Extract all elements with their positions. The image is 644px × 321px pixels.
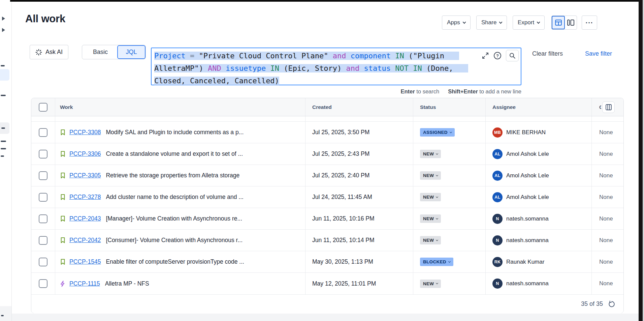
status-badge[interactable]: NEW [420,280,441,288]
view-toggle-group [551,16,577,30]
table-row: PCCP-3308 Modify SAL and Plugin to inclu… [31,122,623,143]
status-badge[interactable]: ASSIGNED [420,128,455,137]
svg-text:?: ? [496,53,499,58]
avatar: AL [492,149,503,159]
apps-button-label: Apps [447,19,460,26]
issue-summary: Create a standalone volume and export it… [106,150,243,157]
hint-shift-key: Shift+Enter [448,88,478,94]
issue-key-link[interactable]: PCCP-3305 [69,172,101,179]
jql-mode-tab[interactable]: JQL [117,45,146,59]
status-badge[interactable]: NEW [420,193,441,201]
table-row: PCCP-1115 Alletra MP - NFS May 12, 2025,… [31,273,623,294]
select-all-checkbox[interactable] [39,103,47,112]
story-icon [59,150,66,157]
created-date: Jun 11, 2025, 10:14 PM [312,237,375,244]
detail-view-icon [567,20,574,26]
status-badge[interactable]: NEW [420,171,441,180]
issue-summary: Add cluster name to the description of v… [106,194,244,201]
ask-ai-button[interactable]: Ask AI [30,45,68,59]
query-mode-group: Basic JQL [82,45,146,59]
created-date: Jun 11, 2025, 10:16 PM [312,215,375,222]
sidebar-selected-item[interactable] [0,69,9,81]
save-filter-button[interactable]: Save filter [585,50,612,57]
clear-filters-button[interactable]: Clear filters [532,50,563,57]
status-badge[interactable]: NEW [420,150,441,158]
avatar: AL [492,192,503,202]
issue-key-link[interactable]: PCCP-1545 [69,258,101,265]
last-column-value: None [599,129,613,136]
issue-key-link[interactable]: PCCP-3278 [69,194,101,201]
configure-columns-button[interactable] [602,101,615,113]
header-work[interactable]: Work [55,98,305,116]
apps-button[interactable]: Apps [442,16,471,30]
chevron-down-icon [462,20,466,24]
row-checkbox[interactable] [39,236,47,245]
basic-mode-label: Basic [93,49,108,56]
basic-mode-tab[interactable]: Basic [82,45,119,59]
share-button[interactable]: Share [476,16,507,30]
collapsed-sidebar [0,2,12,306]
status-label: ASSIGNED [423,130,448,135]
row-checkbox[interactable] [39,171,47,180]
issue-key-link[interactable]: PCCP-1115 [69,280,100,287]
window-top-edge [10,0,643,2]
last-column-value: None [599,194,613,201]
jql-editor[interactable]: Project = "Private Cloud Control Plane" … [151,48,521,85]
table-row: PCCP-3278 Add cluster name to the descri… [31,186,623,208]
row-checkbox[interactable] [39,214,47,223]
header-created[interactable]: Created [305,98,413,116]
issue-summary: Retrieve the storage properties from All… [106,172,239,179]
row-checkbox[interactable] [39,258,47,266]
row-checkbox[interactable] [39,193,47,202]
export-button[interactable]: Export [513,16,545,30]
issue-key-link[interactable]: PCCP-2043 [69,215,101,222]
assignee-name: natesh.somanna [506,237,549,244]
chevron-down-icon [537,20,540,24]
header-status[interactable]: Status [413,98,485,116]
avatar: N [492,214,503,224]
row-checkbox[interactable] [39,128,47,137]
work-items-table: Work Created Status Assignee C [31,98,624,313]
table-view-toggle[interactable] [552,16,565,29]
assignee-name: Amol Ashok Lele [506,172,549,179]
chevron-down-icon [436,238,438,241]
issue-key-link[interactable]: PCCP-2042 [69,237,101,244]
refresh-icon[interactable] [608,300,615,308]
table-row: PCCP-2043 [Manager]- Volume Creation wit… [31,208,623,230]
run-search-button[interactable] [506,50,519,61]
assignee-name: MIKE BERHAN [506,129,546,136]
issue-key-link[interactable]: PCCP-3306 [69,150,101,157]
issue-summary: Alletra MP - NFS [105,280,149,287]
page-title: All work [25,13,65,25]
detail-view-toggle[interactable] [565,16,577,29]
epic-icon [59,280,66,287]
expand-editor-button[interactable] [482,52,489,59]
sidebar-fragment [1,95,6,96]
share-button-label: Share [481,19,496,26]
syntax-help-button[interactable]: ? [493,51,502,60]
last-column-value: None [599,151,613,157]
issue-key-link[interactable]: PCCP-3308 [69,129,101,136]
status-label: NEW [423,216,434,221]
header-assignee[interactable]: Assignee [485,98,591,116]
search-icon [509,52,516,59]
last-column-value: None [599,237,613,244]
status-badge[interactable]: NEW [420,214,441,223]
more-actions-button[interactable]: ··· [582,16,597,30]
hint-enter-key: Enter [401,88,415,94]
jira-all-work-page: All work Apps Share Export ··· [0,0,644,321]
sidebar-fragment [1,148,6,149]
row-checkbox[interactable] [39,150,47,158]
created-date: Jul 24, 2025, 11:45 AM [312,194,372,201]
hint-enter-text: to search [415,88,439,94]
assignee-name: Amol Ashok Lele [506,194,549,201]
ai-sparkle-icon [35,49,42,56]
status-label: NEW [423,238,434,243]
status-badge[interactable]: NEW [420,236,441,244]
assignee-name: Raunak Kumar [506,259,544,265]
chevron-right-icon[interactable] [2,17,5,21]
row-checkbox[interactable] [39,279,47,288]
last-column-value: None [599,215,613,222]
chevron-right-icon[interactable] [2,28,5,32]
status-badge[interactable]: BLOCKED [420,258,453,266]
